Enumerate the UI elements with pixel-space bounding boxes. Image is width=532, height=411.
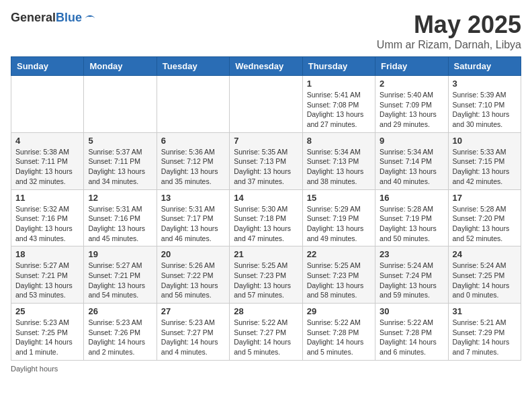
day-number: 11 [15,193,79,203]
day-header-tuesday: Tuesday [157,57,229,76]
day-number: 1 [307,79,371,89]
day-info: Sunrise: 5:22 AM Sunset: 7:28 PM Dayligh… [307,318,371,357]
calendar-cell: 10Sunrise: 5:33 AM Sunset: 7:15 PM Dayli… [448,132,521,189]
day-info: Sunrise: 5:27 AM Sunset: 7:21 PM Dayligh… [15,261,79,300]
main-title: May 2025 [377,11,521,39]
day-info: Sunrise: 5:34 AM Sunset: 7:13 PM Dayligh… [307,147,371,187]
calendar-cell: 14Sunrise: 5:30 AM Sunset: 7:18 PM Dayli… [230,189,302,246]
day-number: 30 [380,306,443,316]
day-info: Sunrise: 5:27 AM Sunset: 7:21 PM Dayligh… [88,261,152,300]
calendar-cell: 1Sunrise: 5:41 AM Sunset: 7:08 PM Daylig… [302,76,375,133]
day-header-wednesday: Wednesday [230,57,302,76]
day-number: 25 [15,306,79,316]
day-number: 9 [380,136,443,146]
calendar-week-2: 4Sunrise: 5:38 AM Sunset: 7:11 PM Daylig… [11,132,521,189]
day-info: Sunrise: 5:30 AM Sunset: 7:18 PM Dayligh… [234,204,298,244]
logo-icon [83,11,97,25]
day-number: 13 [161,193,225,203]
day-info: Sunrise: 5:33 AM Sunset: 7:15 PM Dayligh… [453,147,517,187]
day-number: 12 [88,193,152,203]
day-number: 16 [380,193,443,203]
day-info: Sunrise: 5:25 AM Sunset: 7:23 PM Dayligh… [307,261,371,300]
day-info: Sunrise: 5:32 AM Sunset: 7:16 PM Dayligh… [15,204,79,244]
day-number: 27 [161,306,225,316]
calendar-cell: 4Sunrise: 5:38 AM Sunset: 7:11 PM Daylig… [11,132,84,189]
day-number: 20 [161,249,225,259]
calendar-cell: 13Sunrise: 5:31 AM Sunset: 7:17 PM Dayli… [157,189,229,246]
day-header-saturday: Saturday [448,57,521,76]
calendar-cell: 9Sunrise: 5:34 AM Sunset: 7:14 PM Daylig… [375,132,448,189]
calendar-cell: 17Sunrise: 5:28 AM Sunset: 7:20 PM Dayli… [448,189,521,246]
calendar-cell: 6Sunrise: 5:36 AM Sunset: 7:12 PM Daylig… [157,132,229,189]
day-number: 5 [88,136,152,146]
day-info: Sunrise: 5:40 AM Sunset: 7:09 PM Dayligh… [380,90,443,130]
calendar-cell [11,76,84,133]
calendar-cell: 2Sunrise: 5:40 AM Sunset: 7:09 PM Daylig… [375,76,448,133]
day-info: Sunrise: 5:35 AM Sunset: 7:13 PM Dayligh… [234,147,298,187]
footer-text: Daylight hours [11,365,58,373]
calendar: SundayMondayTuesdayWednesdayThursdayFrid… [11,56,521,361]
day-number: 14 [234,193,298,203]
calendar-week-1: 1Sunrise: 5:41 AM Sunset: 7:08 PM Daylig… [11,76,521,133]
calendar-cell: 5Sunrise: 5:37 AM Sunset: 7:11 PM Daylig… [84,132,157,189]
day-number: 24 [453,249,517,259]
day-info: Sunrise: 5:23 AM Sunset: 7:26 PM Dayligh… [88,318,152,357]
day-number: 31 [453,306,517,316]
subtitle: Umm ar Rizam, Darnah, Libya [377,39,521,51]
calendar-cell: 18Sunrise: 5:27 AM Sunset: 7:21 PM Dayli… [11,246,84,304]
logo-text: GeneralBlue [11,11,82,25]
calendar-cell: 31Sunrise: 5:21 AM Sunset: 7:29 PM Dayli… [448,304,521,361]
calendar-cell: 15Sunrise: 5:29 AM Sunset: 7:19 PM Dayli… [302,189,375,246]
day-number: 26 [88,306,152,316]
day-info: Sunrise: 5:41 AM Sunset: 7:08 PM Dayligh… [307,90,371,130]
calendar-week-3: 11Sunrise: 5:32 AM Sunset: 7:16 PM Dayli… [11,189,521,246]
day-info: Sunrise: 5:39 AM Sunset: 7:10 PM Dayligh… [453,90,517,130]
calendar-cell [157,76,229,133]
day-info: Sunrise: 5:28 AM Sunset: 7:19 PM Dayligh… [380,204,443,244]
day-number: 15 [307,193,371,203]
calendar-cell: 26Sunrise: 5:23 AM Sunset: 7:26 PM Dayli… [84,304,157,361]
day-number: 21 [234,249,298,259]
day-info: Sunrise: 5:31 AM Sunset: 7:16 PM Dayligh… [88,204,152,244]
calendar-cell: 28Sunrise: 5:22 AM Sunset: 7:27 PM Dayli… [230,304,302,361]
day-header-friday: Friday [375,57,448,76]
day-info: Sunrise: 5:21 AM Sunset: 7:29 PM Dayligh… [453,318,517,357]
footer-note: Daylight hours [11,365,521,373]
day-number: 10 [453,136,517,146]
day-info: Sunrise: 5:23 AM Sunset: 7:27 PM Dayligh… [161,318,225,357]
calendar-week-4: 18Sunrise: 5:27 AM Sunset: 7:21 PM Dayli… [11,246,521,304]
day-header-monday: Monday [84,57,157,76]
calendar-cell: 3Sunrise: 5:39 AM Sunset: 7:10 PM Daylig… [448,76,521,133]
day-header-sunday: Sunday [11,57,84,76]
title-area: May 2025 Umm ar Rizam, Darnah, Libya [377,11,521,51]
day-number: 4 [15,136,79,146]
day-info: Sunrise: 5:38 AM Sunset: 7:11 PM Dayligh… [15,147,79,187]
day-number: 18 [15,249,79,259]
day-number: 7 [234,136,298,146]
day-number: 29 [307,306,371,316]
day-info: Sunrise: 5:24 AM Sunset: 7:24 PM Dayligh… [380,261,443,300]
calendar-cell: 8Sunrise: 5:34 AM Sunset: 7:13 PM Daylig… [302,132,375,189]
calendar-cell: 29Sunrise: 5:22 AM Sunset: 7:28 PM Dayli… [302,304,375,361]
day-info: Sunrise: 5:25 AM Sunset: 7:23 PM Dayligh… [234,261,298,300]
day-header-thursday: Thursday [302,57,375,76]
logo-general: General [11,11,56,24]
day-info: Sunrise: 5:37 AM Sunset: 7:11 PM Dayligh… [88,147,152,187]
calendar-cell: 7Sunrise: 5:35 AM Sunset: 7:13 PM Daylig… [230,132,302,189]
header: GeneralBlue May 2025 Umm ar Rizam, Darna… [11,11,521,51]
day-info: Sunrise: 5:29 AM Sunset: 7:19 PM Dayligh… [307,204,371,244]
calendar-cell [230,76,302,133]
day-info: Sunrise: 5:31 AM Sunset: 7:17 PM Dayligh… [161,204,225,244]
day-info: Sunrise: 5:24 AM Sunset: 7:25 PM Dayligh… [453,261,517,300]
day-number: 2 [380,79,443,89]
day-info: Sunrise: 5:36 AM Sunset: 7:12 PM Dayligh… [161,147,225,187]
calendar-cell: 19Sunrise: 5:27 AM Sunset: 7:21 PM Dayli… [84,246,157,304]
calendar-cell: 25Sunrise: 5:23 AM Sunset: 7:25 PM Dayli… [11,304,84,361]
day-number: 19 [88,249,152,259]
calendar-cell: 12Sunrise: 5:31 AM Sunset: 7:16 PM Dayli… [84,189,157,246]
calendar-week-5: 25Sunrise: 5:23 AM Sunset: 7:25 PM Dayli… [11,304,521,361]
day-info: Sunrise: 5:34 AM Sunset: 7:14 PM Dayligh… [380,147,443,187]
calendar-cell [84,76,157,133]
calendar-cell: 11Sunrise: 5:32 AM Sunset: 7:16 PM Dayli… [11,189,84,246]
day-info: Sunrise: 5:26 AM Sunset: 7:22 PM Dayligh… [161,261,225,300]
